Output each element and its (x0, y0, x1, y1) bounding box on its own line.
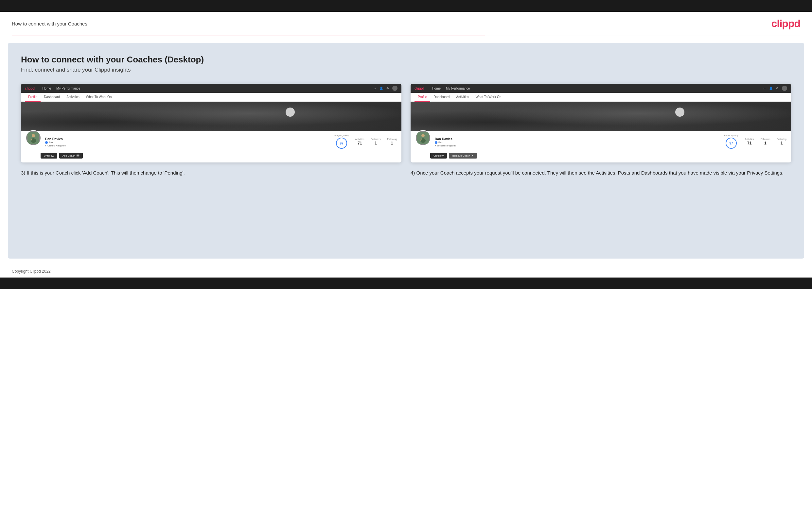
avatar-wrap-2 (415, 130, 431, 146)
stat-following-value-1: 1 (387, 141, 397, 146)
verified-icon-1 (45, 141, 48, 144)
mini-stats-1: Player Quality 97 Activities 71 Follower… (165, 134, 397, 149)
page-heading: How to connect with your Coaches (Deskto… (21, 55, 791, 65)
stat-followers-2: Followers 1 (760, 138, 770, 146)
stat-followers-label-1: Followers (371, 138, 380, 140)
stat-activities-1: Activities 71 (355, 138, 364, 146)
mini-tabs-2: Profile Dashboard Activities What To Wor… (411, 93, 791, 102)
mini-nav-icons-1: ⌕ 👤 ⊙ (373, 86, 398, 91)
stat-followers-1: Followers 1 (371, 138, 380, 146)
screenshot-desc-2: 4) Once your Coach accepts your request … (411, 169, 791, 176)
bell-icon-1[interactable]: ⊙ (386, 86, 390, 90)
profile-name-1: Dan Davies (45, 137, 161, 141)
mini-profile-2: Dan Davies Pro ▾ United Kingdom Player Q… (411, 131, 791, 153)
hero-bg-2 (411, 102, 791, 131)
stat-activities-2: Activities 71 (745, 138, 754, 146)
search-icon-1[interactable]: ⌕ (373, 86, 376, 90)
stat-following-label-2: Following (777, 138, 786, 140)
profile-role-1: Pro (45, 141, 161, 144)
copyright-text: Copyright Clippd 2022 (12, 269, 51, 274)
stat-activities-label-1: Activities (355, 138, 364, 140)
profile-role-2: Pro (435, 141, 551, 144)
stat-followers-label-2: Followers (760, 138, 770, 140)
avatar-svg-1 (28, 132, 39, 144)
globe-icon-1[interactable] (392, 86, 398, 91)
mini-nav-link-home-1[interactable]: Home (42, 87, 51, 90)
stat-following-2: Following 1 (777, 138, 786, 146)
stat-following-label-1: Following (387, 138, 397, 140)
tab-activities-2[interactable]: Activities (453, 93, 472, 101)
profile-location-2: ▾ United Kingdom (435, 144, 551, 147)
screenshot-frame-1: clippd Home My Performance ⌕ 👤 ⊙ Profile… (21, 84, 401, 163)
hero-image-1 (21, 102, 401, 131)
pq-label-2: Player Quality (724, 134, 739, 136)
tab-activities-1[interactable]: Activities (63, 93, 83, 101)
svg-point-2 (31, 138, 36, 143)
search-icon-2[interactable]: ⌕ (762, 86, 766, 90)
hero-image-2 (411, 102, 791, 131)
tab-dashboard-1[interactable]: Dashboard (41, 93, 63, 101)
mini-nav-link-home-2[interactable]: Home (432, 87, 441, 90)
tab-profile-2[interactable]: Profile (414, 93, 430, 102)
mini-actions-2: Unfollow Remove Coach ✕ (411, 153, 791, 163)
mini-nav-icons-2: ⌕ 👤 ⊙ (762, 86, 787, 91)
stat-following-1: Following 1 (387, 138, 397, 146)
footer: Copyright Clippd 2022 (0, 265, 812, 278)
avatar-2 (415, 130, 431, 146)
main-content: How to connect with your Coaches (Deskto… (8, 43, 804, 259)
stat-followers-value-1: 1 (371, 141, 380, 146)
header-divider (12, 36, 800, 36)
header-logo: clippd (771, 18, 800, 30)
bell-icon-2[interactable]: ⊙ (775, 86, 779, 90)
pq-circle-1: 97 (336, 137, 347, 149)
tab-dashboard-2[interactable]: Dashboard (430, 93, 453, 101)
mini-profile-1: Dan Davies Pro ▾ United Kingdom Player Q… (21, 131, 401, 153)
avatar-1 (26, 130, 41, 146)
verified-icon-2 (435, 141, 438, 144)
top-bar (0, 0, 812, 12)
tab-profile-1[interactable]: Profile (25, 93, 41, 102)
stat-following-value-2: 1 (777, 141, 786, 146)
x-icon: ✕ (471, 154, 474, 157)
screenshot-col-2: clippd Home My Performance ⌕ 👤 ⊙ Profile… (411, 84, 791, 176)
mini-nav-link-performance-2[interactable]: My Performance (446, 87, 470, 90)
mini-nav-2: clippd Home My Performance ⌕ 👤 ⊙ (411, 84, 791, 93)
screenshot-desc-1: 3) If this is your Coach click 'Add Coac… (21, 169, 401, 176)
pin-icon-2: ▾ (435, 145, 436, 147)
plus-icon-1: + (76, 154, 80, 157)
header-title: How to connect with your Coaches (12, 21, 87, 26)
mini-stats-2: Player Quality 97 Activities 71 Follower… (555, 134, 786, 149)
remove-coach-button[interactable]: Remove Coach ✕ (449, 153, 477, 159)
header: How to connect with your Coaches clippd (0, 12, 812, 36)
mini-actions-1: Unfollow Add Coach + (21, 153, 401, 163)
player-quality-2: Player Quality 97 (724, 134, 739, 149)
profile-location-1: ▾ United Kingdom (45, 144, 161, 147)
stat-activities-value-1: 71 (355, 141, 364, 146)
screenshots-row: clippd Home My Performance ⌕ 👤 ⊙ Profile… (21, 84, 791, 176)
stat-followers-value-2: 1 (760, 141, 770, 146)
pq-circle-2: 97 (726, 137, 737, 149)
unfollow-button-1[interactable]: Unfollow (41, 153, 57, 159)
globe-icon-2[interactable] (782, 86, 787, 91)
hero-bg-1 (21, 102, 401, 131)
stat-activities-value-2: 71 (745, 141, 754, 146)
player-quality-1: Player Quality 97 (334, 134, 349, 149)
user-icon-2[interactable]: 👤 (769, 86, 773, 90)
add-coach-button-1[interactable]: Add Coach + (59, 153, 83, 159)
mini-nav-1: clippd Home My Performance ⌕ 👤 ⊙ (21, 84, 401, 93)
mini-nav-link-performance-1[interactable]: My Performance (56, 87, 80, 90)
svg-point-1 (32, 134, 35, 137)
pin-icon-1: ▾ (45, 145, 46, 147)
profile-name-2: Dan Davies (435, 137, 551, 141)
svg-point-6 (420, 138, 426, 143)
avatar-svg-2 (417, 132, 429, 144)
mini-logo-2: clippd (414, 86, 424, 90)
profile-info-2: Dan Davies Pro ▾ United Kingdom (435, 136, 551, 147)
tab-what-to-work-on-1[interactable]: What To Work On (83, 93, 115, 101)
tab-what-to-work-on-2[interactable]: What To Work On (472, 93, 505, 101)
mini-tabs-1: Profile Dashboard Activities What To Wor… (21, 93, 401, 102)
screenshot-frame-2: clippd Home My Performance ⌕ 👤 ⊙ Profile… (411, 84, 791, 163)
unfollow-button-2[interactable]: Unfollow (430, 153, 447, 159)
user-icon-1[interactable]: 👤 (379, 86, 383, 90)
avatar-wrap-1 (26, 130, 41, 146)
